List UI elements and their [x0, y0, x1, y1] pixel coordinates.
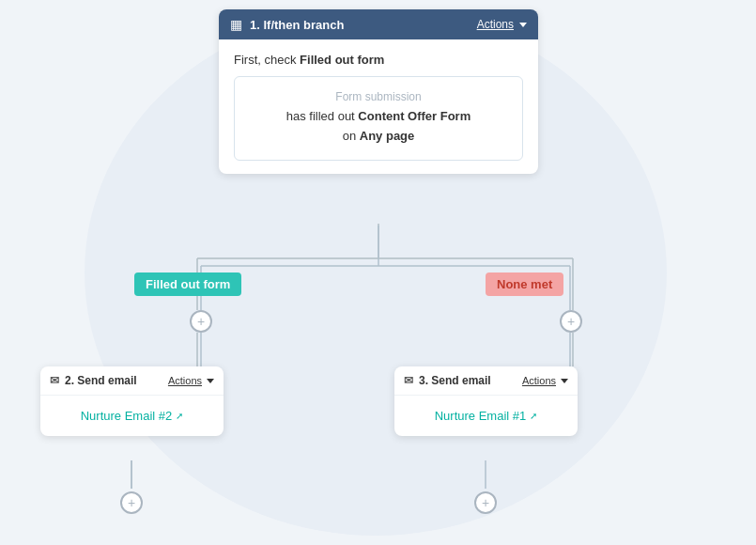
- branch-card-header: ▦ 1. If/then branch Actions: [219, 9, 538, 39]
- bottom-left-add-button[interactable]: +: [120, 491, 143, 514]
- branch-title: 1. If/then branch: [250, 18, 344, 32]
- left-plus-icon: +: [197, 314, 205, 329]
- condition-desc: has filled out Content Offer Form on Any…: [250, 107, 507, 147]
- left-add-button[interactable]: +: [190, 310, 212, 333]
- right-send-body: Nurture Email #1 ➚: [394, 396, 578, 436]
- right-branch-text: None met: [497, 277, 552, 291]
- branch-actions-arrow: [519, 23, 527, 27]
- filled-out-form-label: Filled out form: [134, 272, 241, 296]
- condition-box: Form submission has filled out Content O…: [234, 76, 523, 161]
- left-send-title: 2. Send email: [65, 374, 137, 387]
- bottom-right-add-button[interactable]: +: [474, 491, 497, 514]
- right-send-header: ✉ 3. Send email Actions: [394, 366, 578, 396]
- left-email-link[interactable]: Nurture Email #2 ➚: [50, 409, 214, 423]
- left-email-label: Nurture Email #2: [81, 409, 173, 423]
- branch-icon: ▦: [230, 17, 242, 32]
- check-strong: Filled out form: [300, 53, 384, 67]
- left-send-email-card: ✉ 2. Send email Actions Nurture Email #2…: [40, 366, 224, 436]
- left-branch-text: Filled out form: [146, 277, 230, 291]
- right-send-actions-button[interactable]: Actions: [522, 375, 568, 386]
- workflow-canvas: ▦ 1. If/then branch Actions First, check…: [0, 0, 756, 545]
- branch-header-left: ▦ 1. If/then branch: [230, 17, 344, 32]
- right-external-icon: ➚: [530, 411, 537, 421]
- bottom-right-plus-icon: +: [482, 495, 489, 510]
- branch-actions-button[interactable]: Actions: [477, 18, 527, 31]
- desc-strong1: Content Offer Form: [358, 109, 471, 123]
- left-external-icon: ➚: [176, 411, 183, 421]
- right-send-email-card: ✉ 3. Send email Actions Nurture Email #1…: [394, 366, 578, 436]
- right-send-header-left: ✉ 3. Send email: [404, 374, 491, 387]
- check-label: First, check Filled out form: [234, 53, 523, 67]
- left-send-actions-arrow: [207, 379, 214, 383]
- right-plus-icon: +: [567, 314, 575, 329]
- left-send-header-left: ✉ 2. Send email: [50, 374, 137, 387]
- check-prefix: First, check: [234, 53, 296, 67]
- right-send-actions-label: Actions: [522, 375, 556, 386]
- left-send-actions-button[interactable]: Actions: [168, 375, 214, 386]
- desc-prefix: has filled out: [286, 109, 355, 123]
- right-send-actions-arrow: [561, 379, 568, 383]
- branch-card: ▦ 1. If/then branch Actions First, check…: [219, 9, 538, 174]
- desc-strong2: Any page: [360, 129, 415, 143]
- bottom-left-plus-icon: +: [128, 495, 135, 510]
- right-email-link[interactable]: Nurture Email #1 ➚: [404, 409, 568, 423]
- right-send-title: 3. Send email: [419, 374, 491, 387]
- left-send-body: Nurture Email #2 ➚: [40, 396, 224, 436]
- desc-mid: on: [343, 129, 356, 143]
- right-email-label: Nurture Email #1: [435, 409, 527, 423]
- left-send-header: ✉ 2. Send email Actions: [40, 366, 224, 396]
- branch-actions-label: Actions: [477, 18, 514, 31]
- left-send-actions-label: Actions: [168, 375, 202, 386]
- none-met-label: None met: [486, 272, 563, 296]
- condition-sub-label: Form submission: [250, 90, 507, 103]
- left-send-icon: ✉: [50, 374, 59, 387]
- branch-card-body: First, check Filled out form Form submis…: [219, 39, 538, 174]
- right-add-button[interactable]: +: [560, 310, 582, 333]
- right-send-icon: ✉: [404, 374, 413, 387]
